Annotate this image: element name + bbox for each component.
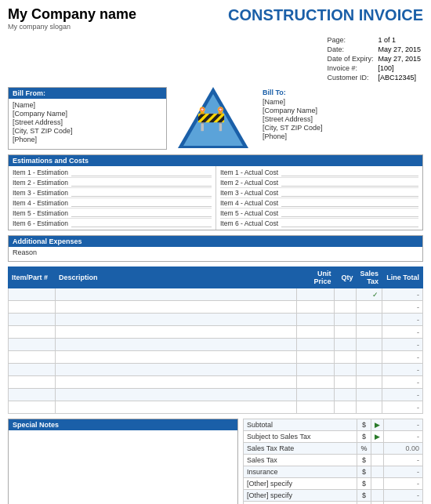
sales-tax-rate-flag bbox=[371, 443, 384, 455]
table-row: - bbox=[9, 364, 423, 376]
est-actual-input-4 bbox=[281, 209, 418, 217]
other2-sym: $ bbox=[357, 490, 371, 502]
est-row-left-3: Item 4 - Estimation bbox=[13, 198, 212, 208]
cell-desc-9 bbox=[56, 401, 297, 414]
est-row-right-0: Item 1 - Actual Cost bbox=[220, 168, 418, 178]
table-row: - bbox=[9, 401, 423, 414]
col-total-header: Line Total bbox=[382, 267, 423, 288]
cell-total-8: - bbox=[382, 389, 423, 401]
bill-from-block: Bill From: [Name] [Company Name] [Street… bbox=[8, 87, 167, 150]
bill-from-phone: [Phone] bbox=[13, 136, 162, 143]
col-desc-header: Description bbox=[56, 267, 297, 288]
insurance-row: Insurance $ - bbox=[244, 466, 423, 478]
bill-from-header: Bill From: bbox=[9, 88, 166, 99]
subtotal-val: - bbox=[384, 419, 423, 431]
subtotal-label: Subtotal bbox=[244, 419, 357, 431]
cell-qty-5 bbox=[335, 351, 357, 364]
bill-from-name: [Name] bbox=[13, 101, 162, 109]
est-label-5: Item 6 - Estimation bbox=[13, 219, 68, 227]
bill-from-address: [Street Address] bbox=[13, 118, 162, 126]
meta-info: Page: 1 of 1 Date: May 27, 2015 Date of … bbox=[8, 35, 423, 82]
construction-logo: 🚧 bbox=[178, 87, 248, 150]
est-row-right-5: Item 6 - Actual Cost bbox=[220, 219, 418, 228]
col-qty-header: Qty bbox=[335, 267, 357, 288]
cell-tax-3 bbox=[357, 326, 382, 339]
cell-desc-7 bbox=[56, 376, 297, 389]
table-row: - bbox=[9, 389, 423, 401]
est-input-4 bbox=[71, 209, 212, 217]
subtotal-row: Subtotal $ ▶ - bbox=[244, 419, 423, 431]
cell-qty-6 bbox=[335, 364, 357, 376]
invoice-label: Invoice #: bbox=[324, 63, 375, 73]
cell-unit-0 bbox=[297, 288, 335, 301]
invoice-value: [100] bbox=[375, 63, 423, 73]
cell-tax-1 bbox=[357, 301, 382, 314]
est-row-right-3: Item 4 - Actual Cost bbox=[220, 198, 418, 208]
other2-flag bbox=[371, 490, 384, 502]
cell-item-2 bbox=[9, 314, 56, 326]
cell-tax-0: ✓ bbox=[357, 288, 382, 301]
estimations-header: Estimations and Costs bbox=[9, 155, 422, 166]
cell-item-7 bbox=[9, 376, 56, 389]
table-row: - bbox=[9, 339, 423, 351]
other1-sym: $ bbox=[357, 478, 371, 490]
bill-to-city: [City, ST ZIP Code] bbox=[263, 124, 420, 132]
sales-tax-label: Sales Tax bbox=[244, 455, 357, 466]
table-header-row: Item/Part # Description Unit Price Qty S… bbox=[9, 267, 423, 288]
est-label-0: Item 1 - Estimation bbox=[13, 169, 68, 176]
est-row-left-1: Item 2 - Estimation bbox=[13, 178, 212, 188]
est-row-right-4: Item 5 - Actual Cost bbox=[220, 208, 418, 219]
cell-total-6: - bbox=[382, 364, 423, 376]
est-input-1 bbox=[71, 179, 212, 187]
sales-tax-subject-val: - bbox=[384, 431, 423, 443]
cell-item-4 bbox=[9, 339, 56, 351]
sales-tax-flag bbox=[371, 455, 384, 466]
totals-table: Subtotal $ ▶ - Subject to Sales Tax $ ▶ … bbox=[243, 419, 423, 504]
est-actual-input-1 bbox=[281, 179, 418, 187]
sales-tax-rate-sym: % bbox=[357, 443, 371, 455]
invoice-page: My Company name My company slogan CONSTR… bbox=[0, 0, 431, 504]
insurance-label: Insurance bbox=[244, 466, 357, 478]
insurance-val: - bbox=[384, 466, 423, 478]
est-row-left-5: Item 6 - Estimation bbox=[13, 219, 212, 228]
est-actual-input-0 bbox=[281, 169, 418, 176]
cell-unit-5 bbox=[297, 351, 335, 364]
insurance-sym: $ bbox=[357, 466, 371, 478]
cell-desc-3 bbox=[56, 326, 297, 339]
cell-qty-7 bbox=[335, 376, 357, 389]
other3-flag bbox=[371, 502, 384, 505]
est-actual-input-2 bbox=[281, 189, 418, 197]
sales-tax-subject-flag: ▶ bbox=[371, 431, 384, 443]
cell-total-2: - bbox=[382, 314, 423, 326]
other2-row: [Other] specify $ - bbox=[244, 490, 423, 502]
bill-to-content: [Name] [Company Name] [Street Address] [… bbox=[263, 98, 420, 140]
customer-value: [ABC12345] bbox=[375, 73, 423, 82]
estimations-grid: Item 1 - EstimationItem 2 - EstimationIt… bbox=[9, 166, 422, 230]
bill-to-block: Bill To: [Name] [Company Name] [Street A… bbox=[259, 87, 423, 150]
sales-tax-subject-sym: $ bbox=[357, 431, 371, 443]
est-row-right-2: Item 3 - Actual Cost bbox=[220, 188, 418, 198]
est-actual-input-3 bbox=[281, 199, 418, 207]
page-label: Page: bbox=[324, 35, 375, 45]
subtotal-sym: $ bbox=[357, 419, 371, 431]
sales-tax-sym: $ bbox=[357, 455, 371, 466]
totals-section: Subtotal $ ▶ - Subject to Sales Tax $ ▶ … bbox=[243, 419, 423, 504]
insurance-flag bbox=[371, 466, 384, 478]
other3-sym: $ bbox=[357, 502, 371, 505]
est-actual-label-2: Item 3 - Actual Cost bbox=[220, 189, 278, 197]
other1-val: - bbox=[384, 478, 423, 490]
est-col-left: Item 1 - EstimationItem 2 - EstimationIt… bbox=[9, 166, 216, 230]
date-label: Date: bbox=[324, 45, 375, 54]
bill-to-name: [Name] bbox=[263, 98, 420, 106]
cell-unit-9 bbox=[297, 401, 335, 414]
cell-item-1 bbox=[9, 301, 56, 314]
cell-total-1: - bbox=[382, 301, 423, 314]
table-row: - bbox=[9, 376, 423, 389]
page-value: 1 of 1 bbox=[375, 35, 423, 45]
company-block: My Company name My company slogan bbox=[8, 6, 136, 31]
est-row-left-0: Item 1 - Estimation bbox=[13, 168, 212, 178]
cell-total-3: - bbox=[382, 326, 423, 339]
additional-expenses-header: Additional Expenses bbox=[9, 236, 422, 247]
date-value: May 27, 2015 bbox=[375, 45, 423, 54]
sales-tax-subject-label: Subject to Sales Tax bbox=[244, 431, 357, 443]
